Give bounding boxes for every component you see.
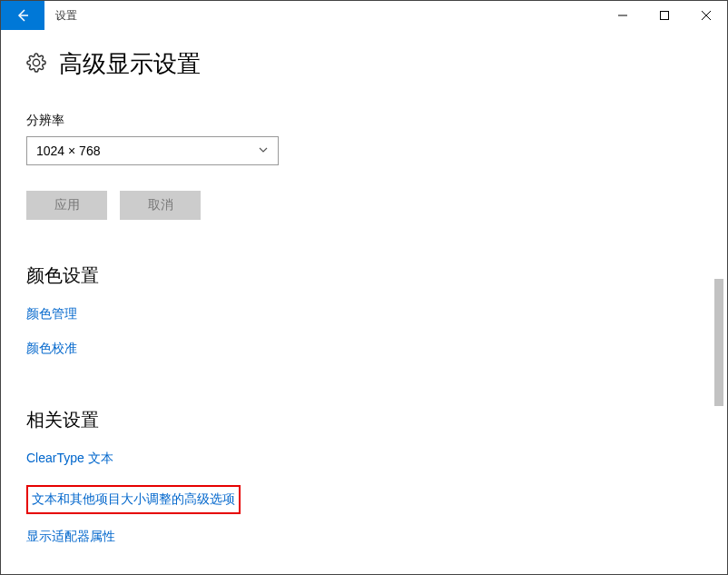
close-icon xyxy=(702,11,711,20)
color-management-link[interactable]: 颜色管理 xyxy=(26,306,77,322)
color-calibration-link[interactable]: 颜色校准 xyxy=(26,341,77,357)
arrow-left-icon xyxy=(15,8,30,23)
content-area: 高级显示设置 分辨率 1024 × 768 应用 取消 颜色设置 颜色管理 颜色… xyxy=(1,30,727,574)
scrollbar-thumb[interactable] xyxy=(714,279,723,406)
apply-button[interactable]: 应用 xyxy=(26,191,107,220)
related-settings-title: 相关设置 xyxy=(26,408,702,432)
vertical-scrollbar[interactable] xyxy=(712,79,726,573)
titlebar: 设置 xyxy=(1,1,727,30)
button-row: 应用 取消 xyxy=(26,191,702,220)
window-title: 设置 xyxy=(55,8,602,24)
cancel-button[interactable]: 取消 xyxy=(120,191,201,220)
page-title: 高级显示设置 xyxy=(59,48,201,80)
page-header: 高级显示设置 xyxy=(26,48,702,80)
window-controls xyxy=(602,1,727,30)
resolution-select[interactable]: 1024 × 768 xyxy=(26,136,279,165)
resolution-value: 1024 × 768 xyxy=(36,144,100,158)
highlighted-link-box: 文本和其他项目大小调整的高级选项 xyxy=(26,485,241,514)
color-settings-title: 颜色设置 xyxy=(26,263,702,288)
minimize-icon xyxy=(618,11,627,20)
svg-rect-2 xyxy=(661,12,669,20)
chevron-down-icon xyxy=(258,144,269,158)
gear-icon xyxy=(26,53,46,75)
minimize-button[interactable] xyxy=(602,1,644,30)
cleartype-link[interactable]: ClearType 文本 xyxy=(26,451,113,467)
maximize-button[interactable] xyxy=(644,1,685,30)
advanced-text-sizing-link[interactable]: 文本和其他项目大小调整的高级选项 xyxy=(32,491,235,508)
maximize-icon xyxy=(660,11,669,20)
display-adapter-link[interactable]: 显示适配器属性 xyxy=(26,529,115,545)
resolution-label: 分辨率 xyxy=(26,113,702,129)
close-button[interactable] xyxy=(685,1,727,30)
back-button[interactable] xyxy=(1,1,44,30)
